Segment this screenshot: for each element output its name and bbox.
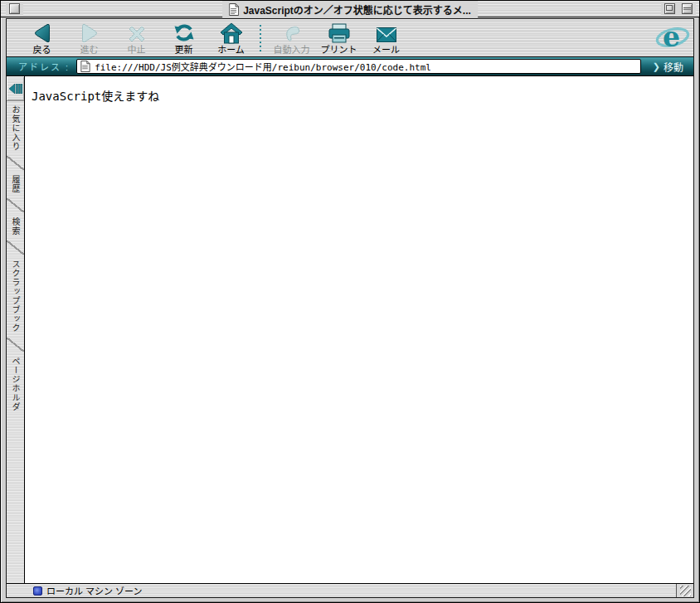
refresh-label: 更新	[175, 45, 193, 55]
stop-label: 中止	[128, 45, 146, 55]
zoom-window-button[interactable]	[664, 3, 675, 14]
sidebar-tab-strip: お気に入り 履歴 検索 スクラップブック ページホルダ	[7, 76, 25, 583]
forward-button[interactable]: 進む	[66, 20, 113, 55]
window-resize-grip[interactable]	[676, 584, 693, 597]
back-button[interactable]: 戻る	[18, 20, 66, 55]
autofill-button[interactable]: 自動入力	[268, 20, 315, 55]
close-button[interactable]	[9, 3, 20, 14]
close-box-pad	[6, 2, 23, 16]
sidebar-tab-divider	[7, 338, 24, 352]
address-url-text: file:///HDD/JS例文辞典ダウンロード用/reibun/browser…	[95, 60, 431, 73]
go-button[interactable]: ❯ 移動	[648, 60, 688, 74]
forward-label: 進む	[80, 45, 99, 55]
home-icon	[220, 22, 243, 44]
autofill-label: 自動入力	[274, 45, 310, 55]
resize-grip-icon	[680, 586, 691, 596]
home-button[interactable]: ホーム	[207, 20, 255, 55]
address-input[interactable]: file:///HDD/JS例文辞典ダウンロード用/reibun/browser…	[76, 59, 641, 74]
print-icon	[327, 22, 352, 44]
sidebar-collapse-button[interactable]	[7, 76, 24, 101]
page-proxy-icon	[229, 3, 239, 16]
mail-button[interactable]: メール	[362, 20, 410, 55]
sidebar-tab-divider	[7, 241, 24, 255]
browser-toolbar: 戻る 進む 中止	[7, 19, 693, 57]
address-bar: アドレス : file:///HDD/JS例文辞典ダウンロード用/reibun/…	[7, 57, 693, 76]
sidebar-tab-pageholder[interactable]: ページホルダ	[9, 353, 22, 416]
internet-explorer-logo-icon: e	[655, 20, 690, 55]
security-zone-icon	[33, 586, 42, 596]
sidebar-tab-favorites[interactable]: お気に入り	[9, 101, 22, 155]
window-title: JavaScriptのオン／オフ状態に応じて表示するメ...	[243, 2, 471, 17]
mail-icon	[376, 22, 397, 44]
back-label: 戻る	[33, 45, 51, 55]
print-button[interactable]: プリント	[315, 20, 362, 55]
zoom-box-pad	[661, 2, 678, 16]
url-page-icon	[80, 61, 90, 72]
go-arrow-icon: ❯	[653, 61, 660, 72]
sidebar-tab-history[interactable]: 履歴	[9, 171, 22, 197]
refresh-icon	[173, 22, 196, 44]
main-area: お気に入り 履歴 検索 スクラップブック ページホルダ JavaScript使え…	[7, 76, 693, 583]
go-label: 移動	[664, 60, 683, 74]
sidebar-collapse-icon	[9, 84, 22, 94]
title-bar[interactable]: JavaScriptのオン／オフ状態に応じて表示するメ...	[1, 1, 699, 17]
forward-arrow-icon	[78, 22, 101, 44]
sidebar-tab-divider	[7, 156, 24, 170]
collapse-box-pad	[678, 2, 696, 16]
refresh-button[interactable]: 更新	[160, 20, 207, 55]
mail-label: メール	[372, 45, 400, 55]
window-title-group: JavaScriptのオン／オフ状態に応じて表示するメ...	[222, 1, 478, 17]
browser-window: JavaScriptのオン／オフ状態に応じて表示するメ...	[0, 0, 700, 603]
stop-x-icon	[126, 22, 148, 44]
sidebar-tab-search[interactable]: 検索	[9, 213, 22, 240]
stop-button[interactable]: 中止	[113, 20, 160, 55]
status-bar: ローカル マシン ゾーン	[7, 583, 693, 597]
address-label: アドレス :	[18, 60, 70, 73]
print-label: プリント	[321, 45, 357, 55]
back-arrow-icon	[31, 22, 54, 44]
page-content: JavaScript使えますね	[25, 76, 693, 583]
toolbar-separator	[260, 25, 261, 51]
page-text: JavaScript使えますね	[32, 90, 159, 103]
collapse-window-button[interactable]	[682, 3, 693, 14]
window-frame-inner: 戻る 進む 中止	[6, 18, 694, 598]
home-label: ホーム	[217, 45, 245, 55]
svg-text:e: e	[663, 21, 680, 53]
security-zone-label: ローカル マシン ゾーン	[46, 584, 143, 597]
sidebar-tab-scrapbook[interactable]: スクラップブック	[9, 255, 22, 337]
autofill-icon	[280, 22, 304, 44]
sidebar-tab-divider	[7, 198, 24, 212]
